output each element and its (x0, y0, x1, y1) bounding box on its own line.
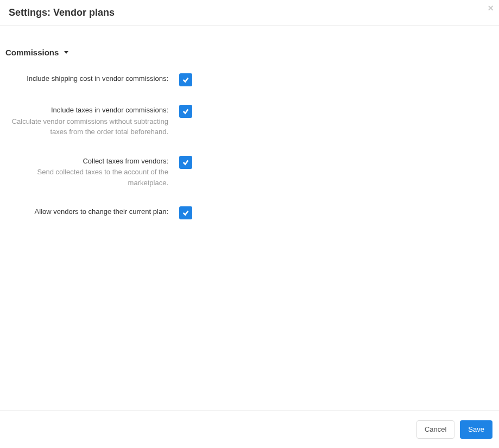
field-label: Allow vendors to change their current pl… (5, 206, 168, 217)
field-label-col: Collect taxes from vendors: Send collect… (5, 156, 168, 188)
field-control-col (168, 73, 192, 86)
collect-taxes-checkbox[interactable] (179, 156, 192, 169)
modal-content: Commissions Include shipping cost in ven… (0, 26, 499, 249)
field-label: Include shipping cost in vendor commissi… (5, 73, 168, 84)
field-control-col (168, 156, 192, 169)
include-taxes-checkbox[interactable] (179, 105, 192, 118)
field-control-col (168, 105, 192, 118)
close-icon[interactable]: × (488, 3, 494, 13)
section-title: Commissions (5, 48, 59, 57)
field-label: Include taxes in vendor commissions: (5, 105, 168, 116)
field-control-col (168, 206, 192, 219)
field-include-shipping: Include shipping cost in vendor commissi… (5, 73, 494, 86)
allow-change-plan-checkbox[interactable] (179, 206, 192, 219)
modal-footer: Cancel Save (0, 411, 499, 448)
field-label-col: Allow vendors to change their current pl… (5, 206, 168, 217)
page-title: Settings: Vendor plans (9, 7, 115, 18)
section-dropdown[interactable]: Commissions (5, 48, 68, 57)
field-description: Calculate vendor commissions without sub… (5, 116, 168, 137)
field-include-taxes: Include taxes in vendor commissions: Cal… (5, 105, 494, 137)
field-allow-change-plan: Allow vendors to change their current pl… (5, 206, 494, 219)
check-icon (182, 210, 189, 216)
modal-header: Settings: Vendor plans × (0, 0, 499, 26)
check-icon (182, 159, 189, 166)
caret-down-icon (64, 51, 68, 54)
field-description: Send collected taxes to the account of t… (5, 167, 168, 188)
check-icon (182, 77, 189, 83)
field-label: Collect taxes from vendors: (5, 156, 168, 167)
field-label-col: Include shipping cost in vendor commissi… (5, 73, 168, 84)
cancel-button[interactable]: Cancel (416, 420, 454, 439)
field-label-col: Include taxes in vendor commissions: Cal… (5, 105, 168, 137)
field-collect-taxes: Collect taxes from vendors: Send collect… (5, 156, 494, 188)
include-shipping-checkbox[interactable] (179, 73, 192, 86)
check-icon (182, 108, 189, 115)
save-button[interactable]: Save (460, 420, 492, 439)
